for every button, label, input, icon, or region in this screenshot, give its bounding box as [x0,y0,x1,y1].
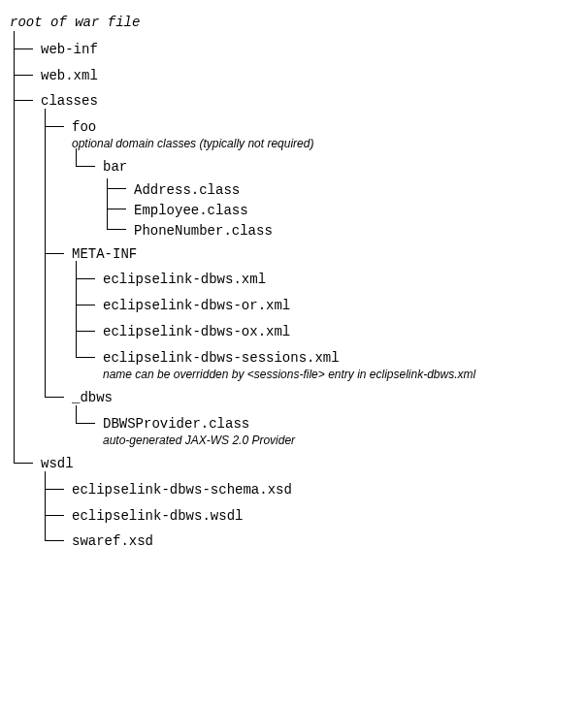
label-meta-inf: META-INF [72,241,578,268]
label-bar: bar [103,154,578,180]
note-dbws-sessions: name can be overridden by <sessions-file… [103,368,578,385]
label-employee: Employee.class [134,201,578,221]
note-dbwsprovider: auto-generated JAX-WS 2.0 Provider [103,434,578,451]
node-swaref: swaref.xsd [45,529,578,555]
node-dbws-xml: eclipselink-dbws.xml [76,267,578,293]
node-bar: bar Address.class Employee.class [76,154,578,241]
node-wsdl-wsdl: eclipselink-dbws.wsdl [45,503,578,530]
node-dbws-or: eclipselink-dbws-or.xml [76,293,578,319]
label-dbws-or: eclipselink-dbws-or.xml [103,293,578,319]
label-phonenumber: PhoneNumber.class [134,221,578,241]
root-label: root of war file [10,15,578,37]
node-wsdl: wsdl eclipselink-dbws-schema.xsd eclipse… [14,451,578,555]
node-dbws-ox: eclipselink-dbws-ox.xml [76,319,578,345]
label-web-xml: web.xml [41,63,578,89]
label-wsdl: wsdl [41,451,578,477]
label-address: Address.class [134,180,578,201]
label-wsdl-schema: eclipselink-dbws-schema.xsd [72,477,578,503]
node-wsdl-schema: eclipselink-dbws-schema.xsd [45,477,578,503]
label-wsdl-wsdl: eclipselink-dbws.wsdl [72,503,578,530]
label-classes: classes [41,88,578,114]
node-web-xml: web.xml [14,63,578,89]
node-classes: classes foo optional domain classes (typ… [14,88,578,451]
label-dbws-ox: eclipselink-dbws-ox.xml [103,319,578,345]
node-underscore-dbws: _dbws DBWSProvider.class auto-generated … [45,385,578,451]
node-meta-inf: META-INF eclipselink-dbws.xml eclipselin… [45,241,578,385]
label-underscore-dbws: _dbws [72,385,578,411]
label-swaref: swaref.xsd [72,529,578,555]
label-dbws-xml: eclipselink-dbws.xml [103,267,578,293]
label-web-inf: web-inf [41,37,578,63]
tree-root: root of war file web-inf web.xml classes… [10,15,578,555]
node-web-inf: web-inf [14,37,578,63]
node-dbwsprovider: DBWSProvider.class auto-generated JAX-WS… [76,411,578,451]
node-dbws-sessions: eclipselink-dbws-sessions.xml name can b… [76,345,578,385]
note-foo: optional domain classes (typically not r… [72,137,578,154]
node-phonenumber: PhoneNumber.class [107,221,578,241]
node-foo: foo optional domain classes (typically n… [45,114,578,241]
node-address: Address.class [107,180,578,201]
node-employee: Employee.class [107,201,578,221]
